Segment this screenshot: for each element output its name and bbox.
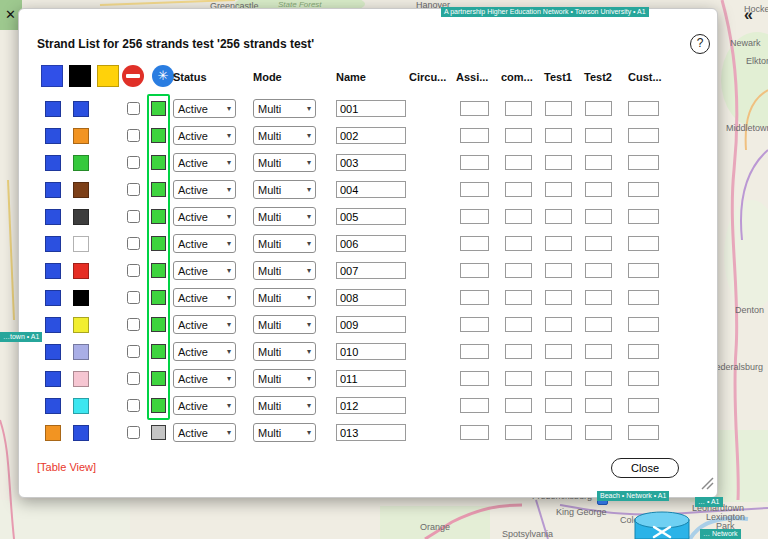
status-select[interactable]: Active ▾ bbox=[173, 153, 236, 172]
test2-input[interactable] bbox=[585, 182, 612, 197]
test2-input[interactable] bbox=[585, 344, 612, 359]
assignment-input[interactable] bbox=[460, 317, 489, 332]
comment-input[interactable] bbox=[505, 182, 532, 197]
test1-input[interactable] bbox=[545, 182, 572, 197]
name-input[interactable] bbox=[336, 100, 406, 117]
table-view-link[interactable]: [Table View] bbox=[37, 461, 96, 473]
row-checkbox[interactable] bbox=[127, 291, 140, 304]
test1-input[interactable] bbox=[545, 128, 572, 143]
mode-select[interactable]: Multi ▾ bbox=[253, 423, 316, 442]
name-input[interactable] bbox=[336, 127, 406, 144]
strand-color-left-swatch[interactable] bbox=[45, 155, 61, 171]
assignment-input[interactable] bbox=[460, 425, 489, 440]
status-select[interactable]: Active ▾ bbox=[173, 315, 236, 334]
test2-input[interactable] bbox=[585, 317, 612, 332]
custom-input[interactable] bbox=[628, 263, 659, 278]
status-indicator[interactable] bbox=[151, 425, 166, 440]
status-indicator[interactable] bbox=[151, 182, 166, 197]
name-input[interactable] bbox=[336, 235, 406, 252]
row-checkbox[interactable] bbox=[127, 264, 140, 277]
row-checkbox[interactable] bbox=[127, 372, 140, 385]
strand-color-left-swatch[interactable] bbox=[45, 209, 61, 225]
custom-input[interactable] bbox=[628, 182, 659, 197]
custom-input[interactable] bbox=[628, 101, 659, 116]
assignment-input[interactable] bbox=[460, 101, 489, 116]
status-indicator[interactable] bbox=[151, 209, 166, 224]
status-indicator[interactable] bbox=[151, 290, 166, 305]
test2-input[interactable] bbox=[585, 398, 612, 413]
comment-input[interactable] bbox=[505, 290, 532, 305]
name-input[interactable] bbox=[336, 424, 406, 441]
strand-color-right-swatch[interactable] bbox=[73, 317, 89, 333]
test2-input[interactable] bbox=[585, 101, 612, 116]
assignment-input[interactable] bbox=[460, 155, 489, 170]
name-input[interactable] bbox=[336, 316, 406, 333]
assignment-input[interactable] bbox=[460, 290, 489, 305]
name-input[interactable] bbox=[336, 397, 406, 414]
strand-color-left-swatch[interactable] bbox=[45, 344, 61, 360]
name-input[interactable] bbox=[336, 154, 406, 171]
row-checkbox[interactable] bbox=[127, 129, 140, 142]
strand-color-right-swatch[interactable] bbox=[73, 398, 89, 414]
mode-select[interactable]: Multi ▾ bbox=[253, 153, 316, 172]
resize-handle[interactable] bbox=[700, 476, 714, 494]
mode-select[interactable]: Multi ▾ bbox=[253, 261, 316, 280]
strand-color-left-swatch[interactable] bbox=[45, 182, 61, 198]
status-select[interactable]: Active ▾ bbox=[173, 180, 236, 199]
strand-color-right-swatch[interactable] bbox=[73, 236, 89, 252]
status-indicator[interactable] bbox=[151, 398, 166, 413]
strand-color-left-swatch[interactable] bbox=[45, 290, 61, 306]
mode-select[interactable]: Multi ▾ bbox=[253, 315, 316, 334]
row-checkbox[interactable] bbox=[127, 345, 140, 358]
status-select[interactable]: Active ▾ bbox=[173, 99, 236, 118]
comment-input[interactable] bbox=[505, 263, 532, 278]
mode-select[interactable]: Multi ▾ bbox=[253, 234, 316, 253]
test1-input[interactable] bbox=[545, 317, 572, 332]
custom-input[interactable] bbox=[628, 344, 659, 359]
status-indicator[interactable] bbox=[151, 371, 166, 386]
mode-select[interactable]: Multi ▾ bbox=[253, 126, 316, 145]
strand-color-right-swatch[interactable] bbox=[73, 425, 89, 441]
comment-input[interactable] bbox=[505, 101, 532, 116]
custom-input[interactable] bbox=[628, 425, 659, 440]
status-indicator[interactable] bbox=[151, 344, 166, 359]
strand-color-left-swatch[interactable] bbox=[45, 398, 61, 414]
test2-input[interactable] bbox=[585, 155, 612, 170]
status-indicator[interactable] bbox=[151, 263, 166, 278]
test2-input[interactable] bbox=[585, 425, 612, 440]
custom-input[interactable] bbox=[628, 209, 659, 224]
test1-input[interactable] bbox=[545, 101, 572, 116]
assignment-input[interactable] bbox=[460, 209, 489, 224]
strand-color-left-swatch[interactable] bbox=[45, 263, 61, 279]
strand-color-left-swatch[interactable] bbox=[45, 101, 61, 117]
collapse-sidebar-icon[interactable]: « bbox=[744, 6, 753, 24]
status-select[interactable]: Active ▾ bbox=[173, 261, 236, 280]
status-indicator[interactable] bbox=[151, 128, 166, 143]
test1-input[interactable] bbox=[545, 290, 572, 305]
comment-input[interactable] bbox=[505, 155, 532, 170]
status-indicator[interactable] bbox=[151, 155, 166, 170]
test1-input[interactable] bbox=[545, 398, 572, 413]
status-indicator[interactable] bbox=[151, 236, 166, 251]
strand-color-right-swatch[interactable] bbox=[73, 371, 89, 387]
test1-input[interactable] bbox=[545, 209, 572, 224]
strand-color-right-swatch[interactable] bbox=[73, 101, 89, 117]
comment-input[interactable] bbox=[505, 128, 532, 143]
strand-color-left-swatch[interactable] bbox=[45, 128, 61, 144]
row-checkbox[interactable] bbox=[127, 318, 140, 331]
assignment-input[interactable] bbox=[460, 371, 489, 386]
strand-color-right-swatch[interactable] bbox=[73, 344, 89, 360]
assignment-input[interactable] bbox=[460, 263, 489, 278]
mode-select[interactable]: Multi ▾ bbox=[253, 99, 316, 118]
mode-select[interactable]: Multi ▾ bbox=[253, 207, 316, 226]
assignment-input[interactable] bbox=[460, 128, 489, 143]
custom-input[interactable] bbox=[628, 236, 659, 251]
comment-input[interactable] bbox=[505, 371, 532, 386]
status-indicator[interactable] bbox=[151, 317, 166, 332]
close-icon[interactable]: ✕ bbox=[5, 8, 16, 21]
test1-input[interactable] bbox=[545, 236, 572, 251]
strand-color-right-swatch[interactable] bbox=[73, 290, 89, 306]
test2-input[interactable] bbox=[585, 128, 612, 143]
strand-color-left-swatch[interactable] bbox=[45, 425, 61, 441]
strand-color-left-swatch[interactable] bbox=[45, 317, 61, 333]
